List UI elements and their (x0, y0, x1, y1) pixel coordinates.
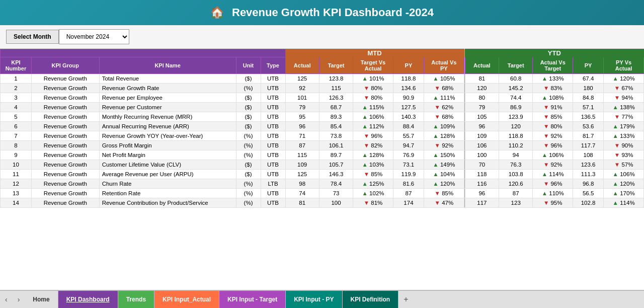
cell-ytd-pvsa: ▲ 138% (604, 103, 644, 112)
cell-mtd-py: 140.3 (393, 112, 424, 122)
cell-mtd-avpy: ▼ 47% (424, 198, 464, 208)
cell-ytd-pvsa: ▼ 94% (604, 93, 644, 103)
cell-ytd-avt: ▼ 85% (533, 112, 573, 122)
col-kpi-group: KPI Group (31, 57, 99, 74)
cell-ytd-avt: ▲ 114% (533, 170, 573, 179)
cell-mtd-avpy: ▲ 128% (424, 131, 464, 141)
cell-mtd-py: 94.7 (393, 141, 424, 150)
cell-name: Net Profit Margin (99, 150, 236, 160)
cell-ytd-avt: ▲ 110% (533, 189, 573, 198)
cell-name: Retention Rate (99, 189, 236, 198)
col-kpi-name: KPI Name (99, 57, 236, 74)
cell-ytd-pvsa: ▼ 77% (604, 112, 644, 122)
tab-next-button[interactable]: › (13, 291, 25, 308)
col-unit: Unit (236, 57, 261, 74)
column-header-row: KPINumber KPI Group KPI Name Unit Type A… (1, 57, 644, 74)
cell-ytd-py: 81.7 (573, 131, 604, 141)
cell-num: 6 (1, 122, 32, 131)
cell-unit: ($) (236, 93, 261, 103)
cell-unit: (%) (236, 150, 261, 160)
cell-ytd-py: 123.6 (573, 160, 604, 170)
tab-prev-button[interactable]: ‹ (0, 291, 13, 308)
cell-ytd-target: 120 (499, 122, 533, 131)
tab-trends[interactable]: Trends (118, 291, 154, 308)
cell-num: 10 (1, 160, 32, 170)
cell-ytd-pvsa: ▼ 93% (604, 150, 644, 160)
cell-type: UTB (261, 141, 285, 150)
cell-mtd-py: 134.6 (393, 84, 424, 93)
col-kpi-number: KPINumber (1, 57, 32, 74)
tab-kpi-dashboard[interactable]: KPI Dashboard (58, 291, 118, 308)
table-row: 11 Revenue Growth Average Revenue per Us… (1, 170, 644, 179)
cell-name: Churn Rate (99, 179, 236, 189)
tab-kpi-input-actual[interactable]: KPI Input_Actual (154, 291, 219, 308)
cell-name: Annual Recurring Revenue (ARR) (99, 122, 236, 131)
cell-mtd-target: 73.8 (319, 131, 353, 141)
table-row: 8 Revenue Growth Gross Profit Margin (%)… (1, 141, 644, 150)
add-tab-button[interactable]: + (398, 295, 413, 304)
cell-mtd-avpy: ▲ 149% (424, 160, 464, 170)
cell-mtd-avpy: ▲ 109% (424, 122, 464, 131)
cell-ytd-avt: ▼ 83% (533, 84, 573, 93)
table-row: 12 Revenue Growth Churn Rate (%) LTB 98 … (1, 179, 644, 189)
cell-mtd-tva: ▲ 128% (353, 150, 393, 160)
cell-mtd-target: 106.1 (319, 141, 353, 150)
cell-num: 9 (1, 150, 32, 160)
cell-ytd-target: 76.3 (499, 160, 533, 170)
table-row: 9 Revenue Growth Net Profit Margin (%) U… (1, 150, 644, 160)
col-ytd-py: PY (573, 57, 604, 74)
cell-ytd-avt: ▼ 80% (533, 122, 573, 131)
cell-num: 8 (1, 141, 32, 150)
cell-unit: ($) (236, 112, 261, 122)
tab-kpi-input-target[interactable]: KPI Input - Target (219, 291, 286, 308)
cell-mtd-avpy: ▼ 68% (424, 112, 464, 122)
cell-mtd-avpy: ▲ 104% (424, 170, 464, 179)
tab-kpi-definition[interactable]: KPI Definition (343, 291, 399, 308)
table-row: 4 Revenue Growth Revenue per Customer ($… (1, 103, 644, 112)
cell-group: Revenue Growth (31, 141, 99, 150)
cell-name: Total Revenue (99, 74, 236, 84)
cell-mtd-avpy: ▼ 68% (424, 84, 464, 93)
cell-ytd-actual: 109 (465, 131, 499, 141)
cell-num: 12 (1, 179, 32, 189)
cell-mtd-actual: 109 (285, 160, 319, 170)
cell-ytd-target: 60.8 (499, 74, 533, 84)
col-type: Type (261, 57, 285, 74)
cell-mtd-tva: ▲ 102% (353, 189, 393, 198)
cell-ytd-actual: 80 (465, 93, 499, 103)
cell-group: Revenue Growth (31, 103, 99, 112)
cell-mtd-target: 115 (319, 84, 353, 93)
cell-ytd-avt: ▲ 106% (533, 150, 573, 160)
cell-mtd-actual: 81 (285, 198, 319, 208)
cell-name: Monthly Recurring Revenue (MRR) (99, 112, 236, 122)
cell-name: Average Revenue per User (ARPU) (99, 170, 236, 179)
cell-group: Revenue Growth (31, 84, 99, 93)
cell-unit: ($) (236, 160, 261, 170)
cell-type: UTB (261, 198, 285, 208)
cell-mtd-actual: 98 (285, 179, 319, 189)
cell-mtd-actual: 87 (285, 141, 319, 150)
cell-ytd-py: 96.8 (573, 179, 604, 189)
tab-kpi-input-py[interactable]: KPI Input - PY (286, 291, 342, 308)
cell-unit: (%) (236, 131, 261, 141)
cell-ytd-target: 87 (499, 189, 533, 198)
cell-group: Revenue Growth (31, 93, 99, 103)
month-select[interactable]: November 2024 October 2024 September 202… (59, 29, 129, 44)
cell-mtd-tva: ▼ 80% (353, 93, 393, 103)
cell-ytd-avt: ▲ 133% (533, 74, 573, 84)
cell-ytd-avt: ▼ 92% (533, 131, 573, 141)
cell-mtd-target: 78.4 (319, 179, 353, 189)
cell-ytd-py: 53.6 (573, 122, 604, 131)
cell-ytd-target: 145.2 (499, 84, 533, 93)
tab-home[interactable]: Home (25, 291, 58, 308)
cell-name: Revenue Growth YOY (Year-over-Year) (99, 131, 236, 141)
table-row: 6 Revenue Growth Annual Recurring Revenu… (1, 122, 644, 131)
cell-unit: (%) (236, 179, 261, 189)
table-row: 7 Revenue Growth Revenue Growth YOY (Yea… (1, 131, 644, 141)
select-month-button[interactable]: Select Month (6, 30, 59, 44)
cell-name: Revenue Growth Rate (99, 84, 236, 93)
cell-ytd-target: 94 (499, 150, 533, 160)
cell-group: Revenue Growth (31, 198, 99, 208)
cell-num: 13 (1, 189, 32, 198)
cell-mtd-py: 118.8 (393, 74, 424, 84)
